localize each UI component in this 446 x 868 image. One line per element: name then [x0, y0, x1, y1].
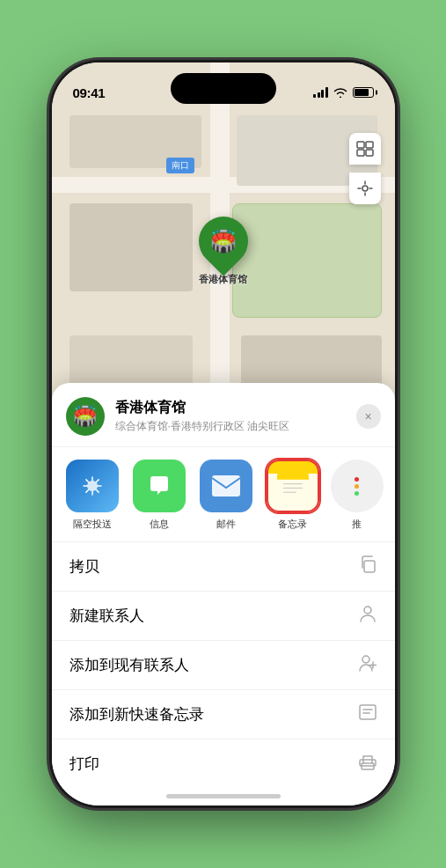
action-quick-note-label: 添加到新快速备忘录: [69, 704, 204, 725]
mail-icon: [200, 460, 252, 512]
stadium-pin[interactable]: 🏟️ 香港体育馆: [199, 217, 248, 286]
share-app-airdrop[interactable]: 隔空投送: [59, 460, 126, 531]
action-copy[interactable]: 拷贝: [52, 541, 395, 591]
printer-icon: [358, 752, 377, 776]
svg-rect-0: [357, 142, 364, 148]
more-circle-icon: [331, 460, 384, 512]
svg-rect-13: [277, 476, 309, 480]
messages-icon: [133, 460, 186, 512]
action-new-contact[interactable]: 新建联系人: [52, 591, 395, 640]
map-view-toggle-button[interactable]: [349, 133, 381, 165]
action-new-contact-label: 新建联系人: [69, 606, 144, 626]
svg-rect-17: [364, 561, 375, 572]
action-print[interactable]: 打印: [52, 739, 395, 788]
svg-rect-3: [366, 150, 373, 156]
action-add-to-existing-label: 添加到现有联系人: [69, 655, 189, 675]
action-quick-note[interactable]: 添加到新快速备忘录: [52, 689, 395, 739]
svg-rect-12: [277, 478, 309, 502]
map-label-nankou: 南口: [166, 158, 194, 173]
more-dots-icon: [355, 477, 359, 496]
sheet-header: 🏟️ 香港体育馆 综合体育馆·香港特别行政区 油尖旺区 ×: [52, 383, 395, 447]
mail-label: 邮件: [216, 518, 236, 531]
battery-icon: [353, 87, 374, 98]
venue-subtitle: 综合体育馆·香港特别行政区 油尖旺区: [115, 419, 346, 434]
svg-point-18: [364, 607, 371, 614]
person-add-icon: [358, 653, 377, 677]
svg-point-19: [362, 656, 369, 663]
action-add-to-existing[interactable]: 添加到现有联系人: [52, 640, 395, 689]
share-app-notes[interactable]: 备忘录: [260, 460, 326, 531]
venue-icon: 🏟️: [66, 397, 105, 436]
location-button[interactable]: [349, 173, 381, 204]
status-time: 09:41: [73, 85, 106, 100]
notes-icon: [267, 460, 319, 512]
svg-point-4: [362, 186, 368, 191]
airdrop-icon: [66, 460, 119, 512]
dynamic-island: [171, 73, 276, 104]
status-icons: [313, 87, 374, 98]
notes-label: 备忘录: [278, 518, 307, 531]
share-apps-row: 隔空投送 信息 邮件: [52, 447, 395, 541]
map-controls: [349, 133, 381, 204]
pin-circle: 🏟️: [188, 206, 258, 276]
person-icon: [358, 604, 377, 628]
note-icon: [358, 702, 377, 726]
more-label: 推: [352, 518, 362, 531]
action-copy-label: 拷贝: [69, 556, 99, 577]
share-app-mail[interactable]: 邮件: [193, 460, 260, 531]
messages-label: 信息: [150, 518, 169, 531]
signal-icon: [313, 87, 328, 98]
phone-frame: 09:41 南口: [52, 63, 395, 805]
action-rows: 拷贝 新建联系人 添加到现有联系人: [52, 541, 395, 788]
copy-icon: [358, 555, 377, 578]
venue-info: 香港体育馆 综合体育馆·香港特别行政区 油尖旺区: [115, 399, 346, 434]
share-app-messages[interactable]: 信息: [126, 460, 193, 531]
more-button[interactable]: 推: [326, 460, 388, 531]
svg-rect-22: [360, 705, 376, 719]
svg-rect-2: [357, 150, 364, 156]
close-button[interactable]: ×: [356, 404, 381, 429]
svg-rect-10: [212, 475, 240, 497]
bottom-sheet: 🏟️ 香港体育馆 综合体育馆·香港特别行政区 油尖旺区 × 隔空投送: [52, 383, 395, 805]
airdrop-label: 隔空投送: [73, 518, 112, 531]
pin-icon: 🏟️: [210, 229, 237, 254]
wifi-icon: [333, 87, 347, 98]
home-indicator: [166, 794, 281, 798]
venue-name: 香港体育馆: [115, 399, 346, 417]
svg-rect-1: [366, 142, 373, 148]
action-print-label: 打印: [69, 754, 99, 774]
